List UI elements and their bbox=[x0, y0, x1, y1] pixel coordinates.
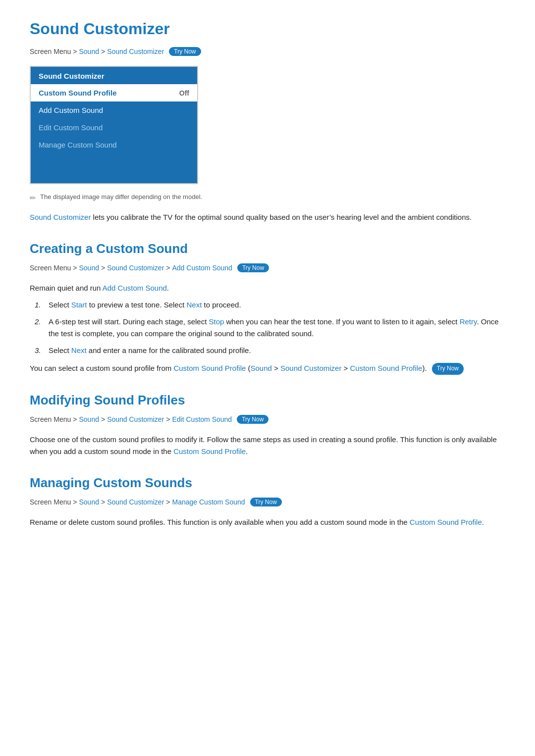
s1-bc-sep3: > bbox=[166, 264, 170, 272]
tv-menu-label-manage-custom-sound: Manage Custom Sound bbox=[39, 141, 117, 149]
intro-body: Sound Customizer lets you calibrate the … bbox=[30, 211, 505, 223]
breadcrumb-sound-customizer-link[interactable]: Sound Customizer bbox=[107, 48, 164, 55]
s3-body-before: Rename or delete custom sound profiles. … bbox=[30, 518, 410, 526]
intro-body-text: lets you calibrate the TV for the optima… bbox=[91, 213, 472, 221]
s1-bc-customizer-link[interactable]: Sound Customizer bbox=[107, 264, 164, 272]
tv-menu-title: Sound Customizer bbox=[31, 67, 197, 84]
tv-menu-spacer bbox=[31, 153, 197, 183]
s1-footer-link4[interactable]: Custom Sound Profile bbox=[350, 364, 423, 372]
breadcrumb-sep1: > bbox=[73, 48, 77, 55]
steps-list: 1. Select Start to preview a test tone. … bbox=[30, 299, 505, 356]
s2-bc-plain: Screen Menu bbox=[30, 415, 71, 423]
s3-bc-sep1: > bbox=[73, 498, 77, 506]
note-line: ✏ The displayed image may differ dependi… bbox=[30, 193, 505, 202]
tv-menu: Sound Customizer Custom Sound Profile Of… bbox=[30, 66, 198, 184]
try-now-badge-s3[interactable]: Try Now bbox=[250, 498, 282, 506]
s1-footer-link1[interactable]: Custom Sound Profile bbox=[173, 364, 246, 372]
step-1-after: to proceed. bbox=[202, 301, 241, 309]
s2-bc-customizer-link[interactable]: Sound Customizer bbox=[107, 415, 164, 423]
s1-remain-link[interactable]: Add Custom Sound bbox=[103, 284, 167, 292]
s2-bc-sound-link[interactable]: Sound bbox=[79, 415, 99, 423]
breadcrumb-section2: Screen Menu > Sound > Sound Customizer >… bbox=[30, 415, 505, 424]
s1-bc-sound-link[interactable]: Sound bbox=[79, 264, 99, 272]
s1-bc-sep1: > bbox=[73, 264, 77, 272]
page-title: Sound Customizer bbox=[30, 20, 505, 38]
tv-menu-item-manage-custom-sound[interactable]: Manage Custom Sound bbox=[31, 136, 197, 153]
tv-menu-label-add-custom-sound: Add Custom Sound bbox=[39, 106, 103, 114]
s1-footer-after: ). bbox=[422, 364, 427, 372]
try-now-badge-s1-footer[interactable]: Try Now bbox=[432, 363, 464, 374]
s3-bc-manage-link[interactable]: Manage Custom Sound bbox=[172, 498, 245, 506]
pencil-icon: ✏ bbox=[30, 194, 36, 202]
s1-bc-add-custom-link[interactable]: Add Custom Sound bbox=[172, 264, 232, 272]
s2-bc-edit-link[interactable]: Edit Custom Sound bbox=[172, 415, 232, 423]
step-3-before: Select bbox=[49, 346, 71, 354]
try-now-badge-s1[interactable]: Try Now bbox=[237, 263, 269, 272]
step-1-link2[interactable]: Next bbox=[187, 301, 202, 309]
try-now-badge-main[interactable]: Try Now bbox=[169, 47, 201, 56]
s3-bc-sound-link[interactable]: Sound bbox=[79, 498, 99, 506]
step-2: 2. A 6-step test will start. During each… bbox=[30, 316, 505, 340]
s1-remain-before: Remain quiet and run bbox=[30, 284, 103, 292]
s3-body-after: . bbox=[482, 518, 484, 526]
step-3-link1[interactable]: Next bbox=[71, 346, 87, 354]
s2-bc-sep1: > bbox=[73, 415, 77, 423]
section2-heading: Modifying Sound Profiles bbox=[30, 393, 505, 408]
step-1-mid: to preview a test tone. Select bbox=[87, 301, 187, 309]
s3-body: Rename or delete custom sound profiles. … bbox=[30, 516, 505, 528]
section3-heading: Managing Custom Sounds bbox=[30, 475, 505, 491]
s1-footer-mid: ( bbox=[246, 364, 250, 372]
section1-heading: Creating a Custom Sound bbox=[30, 241, 505, 256]
s3-bc-plain: Screen Menu bbox=[30, 498, 71, 506]
tv-menu-label-edit-custom-sound: Edit Custom Sound bbox=[39, 123, 103, 132]
s1-remain-text: Remain quiet and run Add Custom Sound. bbox=[30, 282, 505, 294]
tv-menu-item-custom-sound-profile[interactable]: Custom Sound Profile Off bbox=[31, 84, 197, 101]
s1-footer-sep2: > bbox=[341, 364, 350, 372]
s1-footer-link2[interactable]: Sound bbox=[251, 364, 272, 372]
tv-menu-item-add-custom-sound[interactable]: Add Custom Sound bbox=[31, 101, 197, 119]
step-3-text: Select Next and enter a name for the cal… bbox=[49, 345, 251, 356]
step-1-text: Select Start to preview a test tone. Sel… bbox=[49, 299, 241, 311]
step-2-before: A 6-step test will start. During each st… bbox=[49, 317, 209, 326]
step-2-link1[interactable]: Stop bbox=[209, 317, 224, 326]
s3-bc-customizer-link[interactable]: Sound Customizer bbox=[107, 498, 164, 506]
s1-bc-plain: Screen Menu bbox=[30, 264, 71, 272]
step-3-mid: and enter a name for the calibrated soun… bbox=[87, 346, 251, 354]
step-2-link2[interactable]: Retry bbox=[460, 317, 477, 326]
s1-footer-link3[interactable]: Sound Customizer bbox=[280, 364, 341, 372]
step-1: 1. Select Start to preview a test tone. … bbox=[30, 299, 505, 311]
breadcrumb-main: Screen Menu > Sound > Sound Customizer T… bbox=[30, 47, 505, 56]
try-now-badge-s2[interactable]: Try Now bbox=[237, 415, 268, 424]
s3-bc-sep3: > bbox=[166, 498, 170, 506]
note-text: The displayed image may differ depending… bbox=[40, 193, 202, 201]
breadcrumb-sound-link[interactable]: Sound bbox=[79, 48, 99, 55]
s2-bc-sep2: > bbox=[101, 415, 105, 423]
s1-footer-before: You can select a custom sound profile fr… bbox=[30, 364, 173, 372]
step-3-num: 3. bbox=[35, 345, 44, 356]
s2-body-after: . bbox=[246, 447, 248, 455]
step-1-link1[interactable]: Start bbox=[71, 301, 87, 309]
tv-menu-label-custom-sound-profile: Custom Sound Profile bbox=[39, 89, 117, 97]
s2-body: Choose one of the custom sound profiles … bbox=[30, 434, 505, 457]
s1-footer-sep1: > bbox=[272, 364, 280, 372]
tv-menu-item-edit-custom-sound[interactable]: Edit Custom Sound bbox=[31, 119, 197, 136]
breadcrumb-sep2: > bbox=[101, 48, 105, 55]
step-2-text: A 6-step test will start. During each st… bbox=[49, 316, 505, 340]
step-3: 3. Select Next and enter a name for the … bbox=[30, 345, 505, 356]
s2-body-before: Choose one of the custom sound profiles … bbox=[30, 435, 497, 455]
intro-sound-customizer-link[interactable]: Sound Customizer bbox=[30, 213, 91, 221]
s1-footer-text: You can select a custom sound profile fr… bbox=[30, 362, 505, 375]
s3-body-link[interactable]: Custom Sound Profile bbox=[410, 518, 482, 526]
step-2-mid: when you can hear the test tone. If you … bbox=[224, 317, 459, 326]
breadcrumb-section3: Screen Menu > Sound > Sound Customizer >… bbox=[30, 498, 505, 506]
s1-bc-sep2: > bbox=[101, 264, 105, 272]
s2-body-link1[interactable]: Custom Sound Profile bbox=[173, 447, 246, 455]
tv-menu-value-custom-sound-profile: Off bbox=[179, 89, 189, 97]
breadcrumb-section1: Screen Menu > Sound > Sound Customizer >… bbox=[30, 263, 505, 272]
s3-bc-sep2: > bbox=[101, 498, 105, 506]
s1-remain-after: . bbox=[167, 284, 169, 292]
step-2-num: 2. bbox=[35, 316, 44, 328]
s2-bc-sep3: > bbox=[166, 415, 170, 423]
breadcrumb-screen-menu: Screen Menu bbox=[30, 48, 71, 55]
step-1-before: Select bbox=[49, 301, 71, 309]
